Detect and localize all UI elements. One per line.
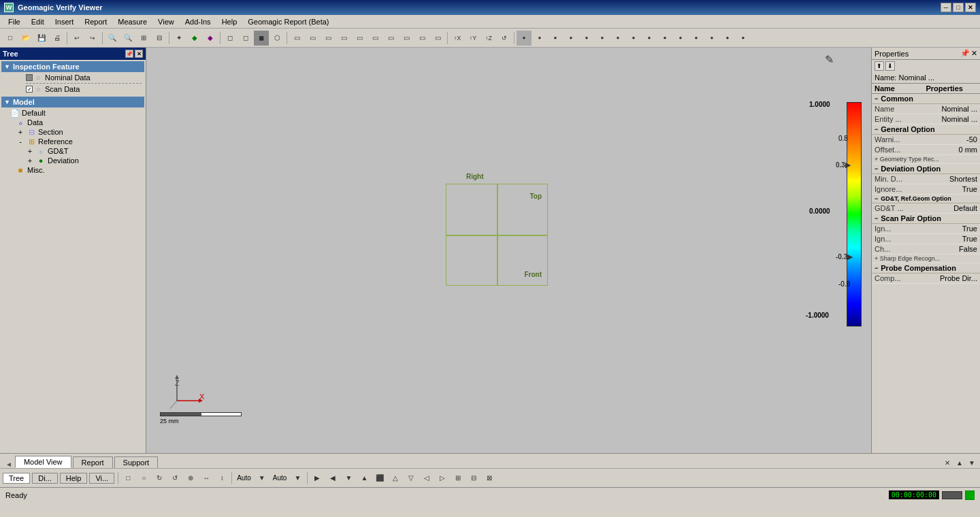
tb-rotate[interactable]: ↺ xyxy=(497,31,512,46)
tree-item-scan[interactable]: ○ Scan Data xyxy=(12,84,144,94)
menu-edit[interactable]: Edit xyxy=(26,16,50,27)
tb-shading-6[interactable]: ● xyxy=(595,31,610,46)
tb-open[interactable]: 📂 xyxy=(18,31,33,46)
tree-inspection-header[interactable]: ▼ Inspection Feature xyxy=(1,61,144,72)
properties-pin-button[interactable]: 📌 xyxy=(960,49,970,58)
tb-view-2[interactable]: ▭ xyxy=(305,31,320,46)
bottom-tb-action9[interactable]: ▷ xyxy=(435,471,450,486)
tree-item-nominal[interactable]: ○ Nominal Data xyxy=(12,73,144,82)
tb-import[interactable]: ↩ xyxy=(69,31,84,46)
bottom-tb-action4[interactable]: ▲ xyxy=(357,471,372,486)
tb-view-9[interactable]: ▭ xyxy=(414,31,429,46)
auto-dropdown-2[interactable]: ▼ xyxy=(290,471,305,486)
viewport-inner[interactable]: ✎ Right Top Front 1.0000 xyxy=(146,48,871,453)
tb-axis-z[interactable]: ↑Z xyxy=(481,31,496,46)
tree-close-button[interactable]: ✕ xyxy=(135,50,143,58)
tb-zoom-in[interactable]: 🔍 xyxy=(105,31,120,46)
maximize-button[interactable]: □ xyxy=(953,3,964,12)
footer-tab-vi[interactable]: Vi... xyxy=(89,473,114,484)
bottom-tb-arrow-cw[interactable]: ↻ xyxy=(152,471,167,486)
tb-axis-y[interactable]: ↑Y xyxy=(466,31,480,46)
tb-view-6[interactable]: ▭ xyxy=(368,31,382,46)
viewport[interactable]: ✎ Right Top Front 1.0000 xyxy=(146,48,871,453)
tb-view-10[interactable]: ▭ xyxy=(430,31,445,46)
tb-export[interactable]: ↪ xyxy=(85,31,100,46)
tree-item-default[interactable]: 📄 Default xyxy=(1,108,144,118)
tb-zoom-sel[interactable]: ⊟ xyxy=(152,31,167,46)
tb-box-back[interactable]: ◻ xyxy=(238,31,253,46)
tb-view-5[interactable]: ▭ xyxy=(352,31,367,46)
bottom-tb-action8[interactable]: ◁ xyxy=(419,471,434,486)
tb-select-all[interactable]: ✦ xyxy=(172,31,186,46)
menu-help[interactable]: Help xyxy=(216,16,243,27)
tree-item-gdt[interactable]: + ⬦ GD&T xyxy=(1,146,144,156)
pen-tool-icon[interactable]: ✎ xyxy=(825,53,834,66)
tb-shading-8[interactable]: ● xyxy=(626,31,641,46)
tb-shading-15[interactable]: ● xyxy=(736,31,751,46)
bottom-tb-square[interactable]: □ xyxy=(120,471,135,486)
properties-close-button[interactable]: ✕ xyxy=(971,49,977,58)
tb-shading-13[interactable]: ● xyxy=(704,31,719,46)
tb-shading-11[interactable]: ● xyxy=(673,31,688,46)
tree-item-misc[interactable]: ■ Misc. xyxy=(1,165,144,175)
tb-view-1[interactable]: ▭ xyxy=(289,31,304,46)
tab-report[interactable]: Report xyxy=(73,456,113,468)
bottom-tb-arrow-ccw[interactable]: ↺ xyxy=(167,471,182,486)
prop-section-scan-pair[interactable]: − Scan Pair Option xyxy=(872,214,980,224)
properties-sort-icon[interactable]: ⬆ xyxy=(875,61,884,71)
footer-tab-help[interactable]: Help xyxy=(60,473,88,484)
tab-nav-left[interactable]: ◄ xyxy=(3,461,15,468)
bottom-tb-action2[interactable]: ◀ xyxy=(325,471,340,486)
tb-new[interactable]: □ xyxy=(3,31,18,46)
tb-select-green[interactable]: ◆ xyxy=(187,31,202,46)
footer-tab-di[interactable]: Di... xyxy=(32,473,58,484)
tb-save[interactable]: 💾 xyxy=(34,31,49,46)
tb-shading-3[interactable]: ● xyxy=(548,31,563,46)
menu-geomagic-report[interactable]: Geomagic Report (Beta) xyxy=(242,16,334,27)
tree-pin-button[interactable]: 📌 xyxy=(125,50,133,58)
tb-shading-4[interactable]: ● xyxy=(564,31,578,46)
tb-box-front[interactable]: ◻ xyxy=(223,31,238,46)
tb-shading-1[interactable]: ● xyxy=(517,31,532,46)
tb-shading-9[interactable]: ● xyxy=(642,31,657,46)
tree-model-header[interactable]: ▼ Model xyxy=(1,97,144,107)
bottom-tb-action1[interactable]: ▶ xyxy=(310,471,325,486)
tab-nav-down[interactable]: ▼ xyxy=(966,457,977,468)
tb-box-wire[interactable]: ⬡ xyxy=(270,31,284,46)
menu-addins[interactable]: Add-Ins xyxy=(180,16,216,27)
bottom-tb-action12[interactable]: ⊠ xyxy=(482,471,497,486)
tb-shading-12[interactable]: ● xyxy=(689,31,704,46)
menu-measure[interactable]: Measure xyxy=(112,16,152,27)
tb-zoom-out[interactable]: 🔍 xyxy=(120,31,135,46)
prop-section-general[interactable]: − General Option xyxy=(872,124,980,135)
menu-insert[interactable]: Insert xyxy=(50,16,80,27)
tb-shading-5[interactable]: ● xyxy=(579,31,594,46)
tree-item-section[interactable]: + ⊟ Section xyxy=(1,127,144,137)
prop-section-probe[interactable]: − Probe Compensation xyxy=(872,263,980,273)
tree-item-data[interactable]: ⬦ Data xyxy=(1,118,144,127)
tb-print[interactable]: 🖨 xyxy=(50,31,65,46)
tab-support[interactable]: Support xyxy=(114,456,159,468)
tb-axis-x[interactable]: ↑X xyxy=(450,31,465,46)
tb-shading-2[interactable]: ● xyxy=(532,31,547,46)
prop-section-common[interactable]: − Common xyxy=(872,94,980,104)
bottom-tb-action11[interactable]: ⊟ xyxy=(466,471,481,486)
bottom-tb-move-h[interactable]: ↔ xyxy=(199,471,214,486)
prop-section-deviation[interactable]: − Deviation Option xyxy=(872,164,980,174)
tab-close-button[interactable]: ✕ xyxy=(942,457,953,468)
footer-tab-tree[interactable]: Tree xyxy=(3,473,30,484)
bottom-tb-action10[interactable]: ⊞ xyxy=(451,471,466,486)
tb-box-fill[interactable]: ◼ xyxy=(254,31,269,46)
tb-zoom-fit[interactable]: ⊞ xyxy=(136,31,151,46)
menu-file[interactable]: File xyxy=(3,16,26,27)
tab-nav-up[interactable]: ▲ xyxy=(954,457,965,468)
tb-shading-10[interactable]: ● xyxy=(657,31,672,46)
nominal-checkbox[interactable] xyxy=(26,74,33,81)
bottom-tb-action7[interactable]: ▽ xyxy=(404,471,419,486)
tb-shading-7[interactable]: ● xyxy=(610,31,625,46)
tb-view-4[interactable]: ▭ xyxy=(336,31,351,46)
auto-dropdown-1[interactable]: ▼ xyxy=(255,471,270,486)
tb-view-7[interactable]: ▭ xyxy=(383,31,398,46)
scan-checkbox[interactable] xyxy=(26,86,33,93)
bottom-tb-action5[interactable]: ⬛ xyxy=(372,471,387,486)
